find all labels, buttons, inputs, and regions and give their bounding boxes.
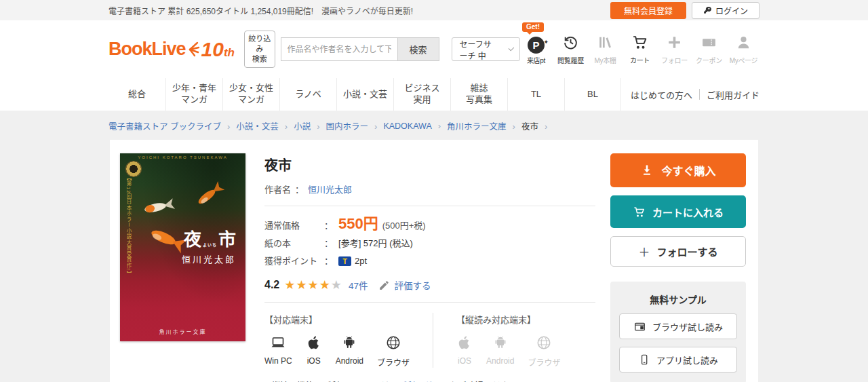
top-bar: 電子書籍ストア 累計 625,650タイトル 1,254,019冊配信! 漫画や…	[0, 0, 868, 20]
coupon-button[interactable]: クーポン	[693, 34, 725, 65]
booklive-logo[interactable]: BookLive 10th	[108, 39, 235, 60]
search-input[interactable]	[281, 37, 397, 61]
rating-score: 4.2	[264, 279, 279, 291]
plus-icon	[666, 34, 683, 51]
divider	[264, 302, 595, 303]
cover-author: 恒川光太郎	[182, 252, 236, 265]
star-icon	[331, 279, 342, 291]
author-label: 作者名	[264, 183, 291, 195]
globe-icon	[385, 335, 401, 351]
breadcrumb-kadokawa-horror-bunko[interactable]: 角川ホラー文庫	[447, 119, 521, 132]
review-count-link[interactable]: 47件	[349, 278, 368, 292]
cart-button[interactable]: カート	[624, 34, 656, 65]
device-ios: iOS	[306, 335, 322, 368]
user-icon	[735, 34, 752, 51]
free-sample-heading: 無料サンプル	[619, 292, 737, 306]
android-icon	[492, 335, 509, 351]
cover-publisher: 角川ホラー文庫	[120, 328, 245, 335]
store-tagline: 電子書籍ストア 累計 625,650タイトル 1,254,019冊配信! 漫画や…	[108, 5, 413, 16]
divider	[264, 206, 595, 206]
cart-icon	[631, 34, 648, 51]
safe-search-label: セーフサーチ 中	[460, 38, 498, 61]
purchase-panel: 今すぐ購入 カートに入れる フォローする 無料サンプル	[610, 153, 746, 382]
category-nav: 総合 少年・青年 マンガ 少女・女性 マンガ ラノベ 小説・文芸 ビジネス 実用…	[0, 78, 868, 111]
follow-button[interactable]: フォローする	[610, 236, 746, 267]
my-page-button[interactable]: Myページ	[728, 34, 760, 65]
divider	[699, 89, 700, 100]
app-preview-button[interactable]: アプリ試し読み	[619, 347, 737, 373]
product-card: YOICHI KOTARO TSUNEKAWA 【第12回日本ホラー小説大賞受賞…	[110, 140, 758, 382]
breadcrumb-current: 夜市	[521, 119, 553, 132]
login-button[interactable]: ログイン	[692, 2, 760, 19]
breadcrumb-horror[interactable]: 国内ホラー	[326, 119, 384, 132]
free-sample-box: 無料サンプル ブラウザ試し読み	[610, 282, 746, 382]
safe-search-dropdown[interactable]: セーフサーチ 中	[452, 37, 520, 61]
cover-award-text: 【第12回日本ホラー小説大賞受賞作!】	[125, 175, 132, 290]
login-label: ログイン	[715, 5, 748, 16]
paper-price-label: 紙の本	[264, 236, 324, 249]
history-icon	[562, 34, 579, 51]
book-cover-image[interactable]: YOICHI KOTARO TSUNEKAWA 【第12回日本ホラー小説大賞受賞…	[120, 153, 245, 341]
first-time-link[interactable]: はじめての方へ	[631, 88, 692, 101]
page-title: 夜市	[264, 155, 595, 174]
vertical-reading-note: ※縦読み機能のご利用については、ご利用ガイドをご確認ください	[264, 379, 595, 382]
nav-item-shonen-manga[interactable]: 少年・青年 マンガ	[165, 78, 222, 111]
pencil-icon	[378, 280, 390, 291]
anniversary-suffix: th	[224, 46, 235, 59]
rate-action-link[interactable]: 評価する	[394, 278, 431, 292]
free-register-button[interactable]: 無料会員登録	[610, 2, 686, 19]
chevron-down-icon	[509, 45, 514, 51]
logo-burst-icon	[186, 41, 200, 58]
browser-window-icon	[633, 320, 646, 333]
colon	[324, 236, 338, 249]
cart-icon	[633, 206, 646, 218]
device-browser: ブラウザ	[377, 335, 410, 368]
device-browser-disabled: ブラウザ	[528, 335, 560, 368]
history-button[interactable]: 閲覧履歴	[555, 34, 587, 65]
device-support: 【対応端末】 Win PC	[264, 313, 595, 368]
nav-item-shojo-manga[interactable]: 少女・女性 マンガ	[222, 78, 279, 111]
device-winpc: Win PC	[264, 335, 292, 368]
breadcrumb-store[interactable]: 電子書籍ストア ブックライブ	[108, 119, 236, 132]
nav-item-magazine[interactable]: 雑誌 写真集	[450, 78, 507, 111]
device-android: Android	[336, 335, 363, 368]
apple-icon	[306, 335, 322, 351]
nav-item-business[interactable]: ビジネス 実用	[393, 78, 450, 111]
smartphone-icon	[638, 354, 650, 366]
globe-icon	[536, 335, 552, 351]
nav-item-novel[interactable]: 小説・文芸	[336, 78, 393, 111]
my-bookshelf-button[interactable]: My本棚	[589, 34, 621, 65]
buy-now-button[interactable]: 今すぐ購入	[610, 153, 746, 187]
download-icon	[640, 164, 654, 177]
breadcrumb-kadokawa[interactable]: KADOKAWA	[383, 121, 447, 131]
points-label: 獲得ポイント	[264, 254, 324, 267]
nav-item-general[interactable]: 総合	[108, 78, 165, 111]
breadcrumb-novel-category[interactable]: 小説・文芸	[236, 119, 294, 132]
breadcrumb-novel[interactable]: 小説	[294, 119, 326, 132]
nav-item-bl[interactable]: BL	[564, 78, 621, 111]
laptop-icon	[270, 335, 286, 351]
point-p-icon: P	[528, 37, 545, 54]
coupon-icon	[701, 34, 717, 51]
supported-devices-heading: 【対応端末】	[264, 313, 410, 326]
t-point-icon: T	[338, 256, 351, 266]
visit-point-button[interactable]: Get! P 来店pt	[520, 37, 552, 65]
regular-price-value: 550円	[338, 216, 378, 231]
star-icon	[296, 279, 307, 291]
android-icon	[341, 335, 357, 351]
nav-item-tl[interactable]: TL	[507, 78, 564, 111]
quick-icons: Get! P 来店pt 閲覧履歴 My本棚	[520, 34, 760, 65]
cover-furigana: よいち	[203, 242, 217, 248]
author-link[interactable]: 恒川光太郎	[308, 183, 352, 195]
browser-preview-button[interactable]: ブラウザ試し読み	[619, 313, 737, 339]
user-guide-link[interactable]: ご利用ガイド	[707, 88, 760, 101]
filter-search-button[interactable]: 絞り込み 検索	[244, 31, 275, 68]
nav-item-lightnovel[interactable]: ラノベ	[279, 78, 336, 111]
colon	[291, 183, 308, 195]
add-to-cart-button[interactable]: カートに入れる	[610, 195, 746, 228]
regular-price-label: 通常価格	[264, 218, 324, 231]
search-button[interactable]: 検索	[397, 37, 439, 61]
rating-row: 4.2 47件 評価する	[264, 278, 595, 292]
follow-quick-button[interactable]: フォロー	[658, 34, 690, 65]
points-value: 2pt	[355, 256, 367, 266]
